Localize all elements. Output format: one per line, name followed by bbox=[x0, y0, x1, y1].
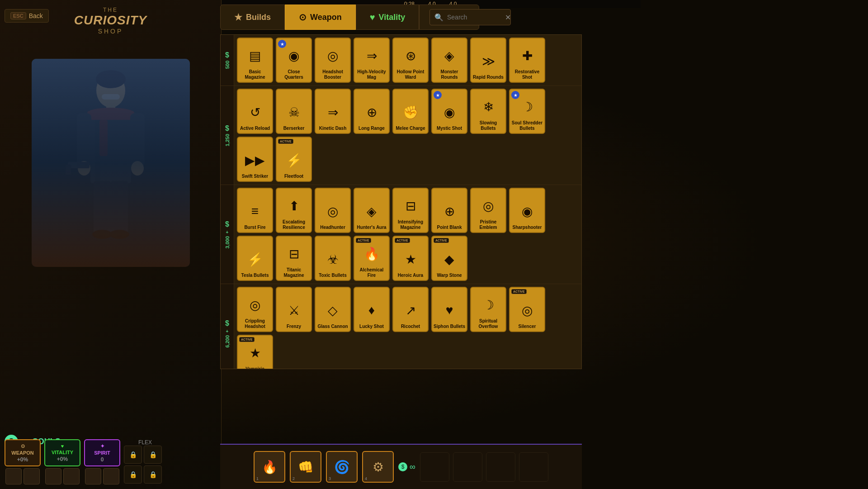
item-icon-glass-cannon: ◇ bbox=[328, 303, 338, 318]
item-card-spiritual-overflow[interactable]: ☽Spiritual Overflow bbox=[470, 287, 506, 332]
item-card-kinetic-dash[interactable]: ⇒Kinetic Dash bbox=[315, 89, 351, 134]
item-name-escalating-resilience: Escalating Resilience bbox=[277, 219, 311, 230]
svg-point-11 bbox=[131, 161, 144, 176]
tab-weapon[interactable]: ⊙ Weapon bbox=[285, 5, 356, 30]
equipped-slot-2[interactable]: 👊 2 bbox=[290, 451, 321, 483]
weapon-stat-pct: +0% bbox=[17, 456, 28, 463]
item-name-high-velocity-mag: High-Velocity Mag bbox=[354, 69, 389, 80]
flex-slot-1[interactable]: 🔒 bbox=[124, 446, 142, 464]
item-card-tesla-bullets[interactable]: ⚡Tesla Bullets bbox=[237, 236, 273, 281]
vitality-bar-row bbox=[45, 468, 80, 484]
item-card-frenzy[interactable]: ⚔Frenzy bbox=[276, 287, 312, 332]
item-card-high-velocity-mag[interactable]: ⇒High-Velocity Mag bbox=[354, 38, 390, 83]
equipped-slot-1[interactable]: 🔥 1 bbox=[254, 451, 285, 483]
weapon-tab-icon: ⊙ bbox=[299, 12, 307, 23]
item-card-basic-magazine[interactable]: ▤Basic Magazine bbox=[237, 38, 273, 83]
empty-slot-2 bbox=[453, 452, 482, 482]
item-card-fleetfoot[interactable]: ACTIVE⚡Fleetfoot bbox=[276, 137, 312, 182]
back-button[interactable]: ESC Back bbox=[5, 9, 49, 23]
search-close-button[interactable]: ✕ bbox=[505, 13, 511, 22]
item-name-lucky-shot: Lucky Shot bbox=[358, 324, 385, 329]
item-card-alchemical-fire[interactable]: ACTIVE🔥Alchemical Fire bbox=[354, 236, 390, 281]
item-card-swift-striker[interactable]: ▶▶Swift Striker bbox=[237, 137, 273, 182]
item-card-titanic-magazine[interactable]: ⊟Titanic Magazine bbox=[276, 236, 312, 281]
item-icon-area-kinetic-dash: ⇒ bbox=[316, 99, 350, 126]
item-card-hollow-point-ward[interactable]: ⊛Hollow Point Ward bbox=[392, 38, 429, 83]
active-badge-heroic-aura: ACTIVE bbox=[395, 238, 410, 243]
spirit-bar-row bbox=[85, 468, 119, 484]
item-card-toxic-bullets[interactable]: ☣Toxic Bullets bbox=[315, 236, 351, 281]
item-icon-sharpshooter: ◉ bbox=[522, 204, 533, 219]
item-card-warp-stone[interactable]: ACTIVE◆Warp Stone bbox=[431, 236, 467, 281]
item-icon-area-escalating-resilience: ⬆ bbox=[277, 192, 311, 219]
tier-row-3000: $ + 3,000≡Burst Fire⬆Escalating Resilien… bbox=[221, 185, 581, 284]
tab-bar: ★ Builds ⊙ Weapon ♥ Vitality ✦ Spirit bbox=[220, 5, 582, 30]
item-card-melee-charge[interactable]: ✊Melee Charge bbox=[392, 89, 429, 134]
item-card-berserker[interactable]: ☠Berserker bbox=[276, 89, 312, 134]
item-card-pristine-emblem[interactable]: ◎Pristine Emblem bbox=[470, 188, 506, 233]
search-bar[interactable]: 🔍 ✕ bbox=[429, 9, 511, 25]
item-icon-warp-stone: ◆ bbox=[444, 252, 454, 267]
spirit-stat-icon: ✦ bbox=[100, 443, 104, 449]
item-icon-tesla-bullets: ⚡ bbox=[247, 252, 263, 267]
tier-label-6200: $ + 6,200 bbox=[221, 284, 234, 369]
spirit-stat-val: 0 bbox=[101, 456, 104, 463]
vitality-icon-block: ♥ VITALITY +0% bbox=[44, 439, 80, 466]
item-card-silencer[interactable]: ACTIVE◎Silencer bbox=[509, 287, 545, 332]
item-card-heroic-aura[interactable]: ACTIVE★Heroic Aura bbox=[392, 236, 429, 281]
weapon-icon-block: ⊙ WEAPON +0% bbox=[5, 439, 41, 466]
empty-slots bbox=[420, 452, 548, 482]
item-card-soul-shredder-bullets[interactable]: ★☽Soul Shredder Bullets bbox=[509, 89, 545, 134]
tab-builds[interactable]: ★ Builds bbox=[220, 5, 285, 30]
item-card-vampiric-burst[interactable]: ACTIVE★Vampiric Burst bbox=[237, 335, 273, 369]
item-card-slowing-bullets[interactable]: ❄Slowing Bullets bbox=[470, 89, 506, 134]
item-icon-escalating-resilience: ⬆ bbox=[289, 199, 299, 214]
item-icon-lucky-shot: ♦ bbox=[368, 303, 375, 318]
item-card-active-reload[interactable]: ↺Active Reload bbox=[237, 89, 273, 134]
item-card-escalating-resilience[interactable]: ⬆Escalating Resilience bbox=[276, 188, 312, 233]
item-card-point-blank[interactable]: ⊕Point Blank bbox=[431, 188, 467, 233]
item-card-close-quarters[interactable]: ★◉Close Quarters bbox=[276, 38, 312, 83]
svg-rect-14 bbox=[94, 181, 111, 235]
weapon-bar-row bbox=[5, 468, 40, 484]
weapon-bar-2 bbox=[24, 468, 40, 484]
flex-slot-2[interactable]: 🔒 bbox=[144, 446, 162, 464]
item-card-long-range[interactable]: ⊕Long Range bbox=[354, 89, 390, 134]
item-card-hunters-aura[interactable]: ◈Hunter's Aura bbox=[354, 188, 390, 233]
item-card-headshot-booster[interactable]: ◎Headshot Booster bbox=[315, 38, 351, 83]
item-card-rapid-rounds[interactable]: ≫Rapid Rounds bbox=[470, 38, 506, 83]
item-name-intensifying-magazine: Intensifying Magazine bbox=[393, 219, 428, 230]
item-card-sharpshooter[interactable]: ◉Sharpshooter bbox=[509, 188, 545, 233]
flex-slot-3[interactable]: 🔒 bbox=[124, 465, 142, 484]
item-card-mystic-shot[interactable]: ★◉Mystic Shot bbox=[431, 89, 467, 134]
item-card-glass-cannon[interactable]: ◇Glass Cannon bbox=[315, 287, 351, 332]
lock-icon-2: 🔒 bbox=[149, 451, 157, 458]
item-icon-area-tesla-bullets: ⚡ bbox=[238, 246, 272, 273]
item-icon-area-intensifying-magazine: ⊟ bbox=[393, 192, 428, 219]
item-icon-area-ricochet: ↗ bbox=[393, 297, 428, 324]
equipped-slot-4[interactable]: ⚙ 4 bbox=[362, 451, 394, 483]
item-card-monster-rounds[interactable]: ◈Monster Rounds bbox=[431, 38, 467, 83]
item-name-vampiric-burst: Vampiric Burst bbox=[238, 366, 272, 369]
search-input[interactable] bbox=[447, 14, 501, 21]
flex-slot-4[interactable]: 🔒 bbox=[144, 465, 162, 484]
item-icon-area-toxic-bullets: ☣ bbox=[316, 246, 350, 273]
item-card-crippling-headshot[interactable]: ◎Crippling Headshot bbox=[237, 287, 273, 332]
chain-infinity: ∞ bbox=[410, 462, 415, 472]
item-icon-headhunter: ◎ bbox=[327, 204, 338, 219]
item-card-siphon-bullets[interactable]: ♥Siphon Bullets bbox=[431, 287, 467, 332]
item-card-ricochet[interactable]: ↗Ricochet bbox=[392, 287, 429, 332]
tab-vitality[interactable]: ♥ Vitality bbox=[356, 5, 420, 30]
star-badge-mystic-shot: ★ bbox=[434, 91, 442, 99]
equipped-slot-3[interactable]: 🌀 3 bbox=[326, 451, 358, 483]
item-card-intensifying-magazine[interactable]: ⊟Intensifying Magazine bbox=[392, 188, 429, 233]
flex-slots: 🔒 🔒 🔒 🔒 bbox=[124, 446, 162, 484]
item-name-warp-stone: Warp Stone bbox=[435, 273, 463, 278]
item-card-burst-fire[interactable]: ≡Burst Fire bbox=[237, 188, 273, 233]
item-card-lucky-shot[interactable]: ♦Lucky Shot bbox=[354, 287, 390, 332]
item-icon-area-active-reload: ↺ bbox=[238, 99, 272, 126]
item-icon-heroic-aura: ★ bbox=[405, 252, 416, 267]
item-card-restorative-shot[interactable]: ✚Restorative Shot bbox=[509, 38, 545, 83]
items-panel[interactable]: $ 500▤Basic Magazine★◉Close Quarters◎Hea… bbox=[220, 34, 582, 369]
item-card-headhunter[interactable]: ◎Headhunter bbox=[315, 188, 351, 233]
